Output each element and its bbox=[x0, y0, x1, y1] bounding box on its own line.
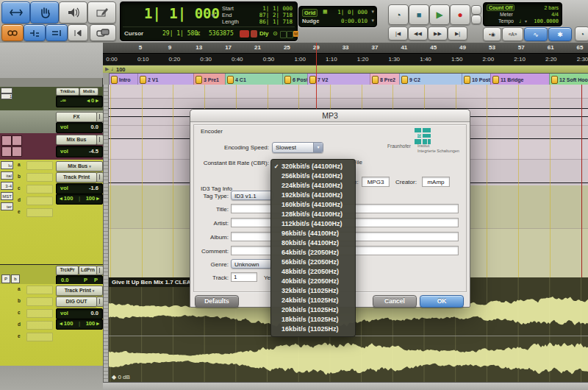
track-number-field[interactable]: 1 bbox=[231, 272, 257, 282]
insert-chip[interactable]: lu bbox=[1, 161, 13, 169]
marker-segment[interactable]: 12 Soft Hook bbox=[549, 74, 588, 85]
time-tick-label[interactable]: 0:00 bbox=[101, 56, 123, 63]
marker-segment[interactable]: 2 V1 bbox=[137, 74, 193, 85]
midi-merge-badge[interactable]: M bbox=[293, 31, 298, 37]
insert-chip[interactable]: MST bbox=[1, 192, 13, 200]
pencil-tool-button[interactable] bbox=[87, 1, 116, 24]
link-edit-selection-button[interactable] bbox=[1, 24, 24, 41]
bars-ruler[interactable]: 591317212529333741454953576165 bbox=[103, 43, 588, 53]
insert-chip[interactable] bbox=[1, 146, 12, 157]
grid-nudge-lcd[interactable]: Grid ▦ 1| 0| 000 ▾ Nudge 0:00.010 ▾ bbox=[298, 6, 377, 27]
bar-number[interactable]: 33 bbox=[337, 44, 354, 51]
bitrate-option[interactable]: 18kbit/s (11025Hz) bbox=[271, 315, 355, 325]
track6-pan-lcd[interactable]: ◂ 100 | 100 ▸ bbox=[56, 319, 103, 330]
fader-icon[interactable] bbox=[96, 172, 104, 182]
bar-number[interactable]: 17 bbox=[220, 44, 237, 51]
marker-segment[interactable]: 10 Post bbox=[462, 74, 490, 85]
record-button[interactable]: ● bbox=[450, 4, 470, 25]
time-tick-label[interactable]: 2:20 bbox=[540, 56, 562, 63]
send-slot[interactable] bbox=[26, 161, 53, 170]
time-tick-label[interactable]: 1:00 bbox=[289, 56, 311, 63]
time-tick-label[interactable]: 2:10 bbox=[509, 56, 531, 63]
insert-chip[interactable]: 3-4 bbox=[1, 182, 13, 190]
track4-vol-lcd[interactable]: vol -1.6 bbox=[56, 183, 103, 194]
send-slot[interactable] bbox=[26, 333, 53, 341]
status-cell-1[interactable] bbox=[280, 31, 287, 38]
grid-icon[interactable]: ▦ bbox=[323, 9, 328, 15]
bitrate-option[interactable]: 20kbit/s (11025Hz) bbox=[271, 305, 355, 315]
bitrate-option[interactable]: 224kbit/s (44100Hz) bbox=[271, 181, 355, 191]
scrubber-tool-button[interactable] bbox=[59, 1, 87, 24]
track5-bus-button[interactable]: LdPrn bbox=[79, 266, 97, 275]
bitrate-option[interactable]: 128kbit/s (44100Hz) bbox=[271, 210, 355, 219]
main-counter-lcd[interactable]: 1| 1| 000 ▼ Start End Length 1| 1| 000 8… bbox=[120, 1, 298, 41]
track1-vol-lcd[interactable]: -∞ ◂ 0 ▸ bbox=[56, 96, 103, 107]
bitrate-option[interactable]: 40kbit/s (22050Hz) bbox=[271, 277, 355, 286]
bar-number[interactable]: 57 bbox=[513, 44, 529, 51]
track2-vol-lcd[interactable]: vol 0.0 bbox=[56, 122, 103, 133]
meter-value[interactable]: 4/4 bbox=[551, 12, 559, 17]
count-off-value[interactable]: 2 bars bbox=[545, 5, 559, 10]
marker-segment[interactable]: Intro bbox=[109, 74, 137, 85]
end-value[interactable]: 87| 2| 718 bbox=[259, 12, 293, 18]
tempo-dropdown-icon[interactable]: ▾ bbox=[525, 18, 527, 24]
time-tick-label[interactable]: 0:40 bbox=[226, 56, 248, 63]
length-value[interactable]: 86| 1| 718 bbox=[259, 18, 293, 25]
tab-to-transient-button[interactable] bbox=[24, 24, 46, 41]
time-tick-label[interactable]: 1:20 bbox=[352, 56, 374, 63]
marker-segment[interactable]: 4 C1 bbox=[225, 74, 282, 85]
track6-bus-button[interactable]: DIG OUT bbox=[56, 297, 97, 307]
fader-icon[interactable] bbox=[96, 266, 104, 275]
path-chip[interactable]: P bbox=[1, 274, 10, 283]
file-type-field[interactable]: MPG3 bbox=[362, 177, 390, 187]
main-counter-dropdown-icon[interactable]: ▼ bbox=[210, 13, 216, 19]
track3-vol-lcd[interactable]: vol -4.5 bbox=[56, 146, 103, 157]
insert-chip[interactable] bbox=[1, 135, 12, 146]
send-slot[interactable] bbox=[26, 286, 53, 294]
marker-segment[interactable]: 3 Pre1 bbox=[193, 74, 225, 85]
track3-bus-button[interactable]: Mix Bus bbox=[56, 135, 97, 145]
ok-button[interactable]: OK bbox=[420, 295, 464, 308]
fader-icon[interactable] bbox=[96, 112, 104, 122]
bitrate-option[interactable]: 48kbit/s (22050Hz) bbox=[271, 267, 355, 277]
bar-number[interactable]: 5 bbox=[132, 44, 148, 51]
bar-number[interactable]: 61 bbox=[542, 44, 559, 51]
insert-chip[interactable]: ital bbox=[1, 171, 13, 180]
go-to-end-button[interactable]: ▶| bbox=[448, 26, 467, 40]
bar-number[interactable]: 53 bbox=[484, 44, 500, 51]
mirror-midi-button[interactable] bbox=[46, 24, 68, 41]
bitrate-option[interactable]: 24kbit/s (11025Hz) bbox=[271, 296, 355, 305]
fader-icon[interactable] bbox=[96, 135, 104, 145]
input-monitor-button[interactable]: ▪◉ bbox=[483, 27, 501, 41]
count-off-lcd[interactable]: Count Off 2 bars Meter 4/4 Tempo ♩ ▾ 100… bbox=[483, 2, 562, 26]
track5-output-button[interactable]: TrckPr bbox=[56, 266, 79, 275]
bitrate-option[interactable]: ✓320kbit/s (44100Hz) bbox=[271, 162, 355, 171]
track2-bus-button[interactable]: FX bbox=[56, 112, 97, 122]
send-slot-letter[interactable]: c bbox=[18, 310, 25, 315]
bitrate-option[interactable]: 80kbit/s (44100Hz) bbox=[271, 238, 355, 248]
start-value[interactable]: 1| 1| 000 bbox=[262, 5, 293, 12]
send-slot[interactable] bbox=[26, 208, 53, 217]
insert-chip[interactable]: 1 bbox=[1, 93, 12, 99]
count-off-label[interactable]: Count Off bbox=[487, 4, 514, 11]
grid-value[interactable]: 1| 0| 000 bbox=[337, 9, 368, 15]
track4-bus-button[interactable]: Track Print bbox=[56, 172, 97, 182]
insert-chip[interactable] bbox=[12, 135, 22, 146]
status-cell-2[interactable] bbox=[287, 31, 293, 38]
send-slot-letter[interactable]: b bbox=[18, 298, 25, 303]
defaults-button[interactable]: Defaults bbox=[195, 295, 239, 308]
play-button[interactable]: ▶ bbox=[429, 4, 450, 25]
marker-segment[interactable]: 6 Post1 bbox=[282, 74, 307, 85]
marker-segment[interactable]: 9 C2 bbox=[399, 74, 462, 85]
track1-bus-button[interactable]: MxBs bbox=[79, 88, 98, 96]
tempo-note-icon[interactable]: ♩ bbox=[519, 18, 525, 24]
time-tick-label[interactable]: 1:30 bbox=[383, 56, 405, 63]
time-tick-label[interactable]: 2:00 bbox=[477, 56, 499, 63]
insert-chip[interactable]: ter bbox=[1, 202, 13, 210]
bar-number[interactable]: 9 bbox=[162, 44, 178, 51]
return-to-zero-button[interactable]: |◀ bbox=[388, 26, 408, 40]
send-slot[interactable] bbox=[26, 173, 53, 182]
send-slot[interactable] bbox=[26, 185, 53, 194]
trim-tool-button[interactable] bbox=[1, 1, 30, 24]
send-slot-letter[interactable]: d bbox=[18, 197, 25, 202]
